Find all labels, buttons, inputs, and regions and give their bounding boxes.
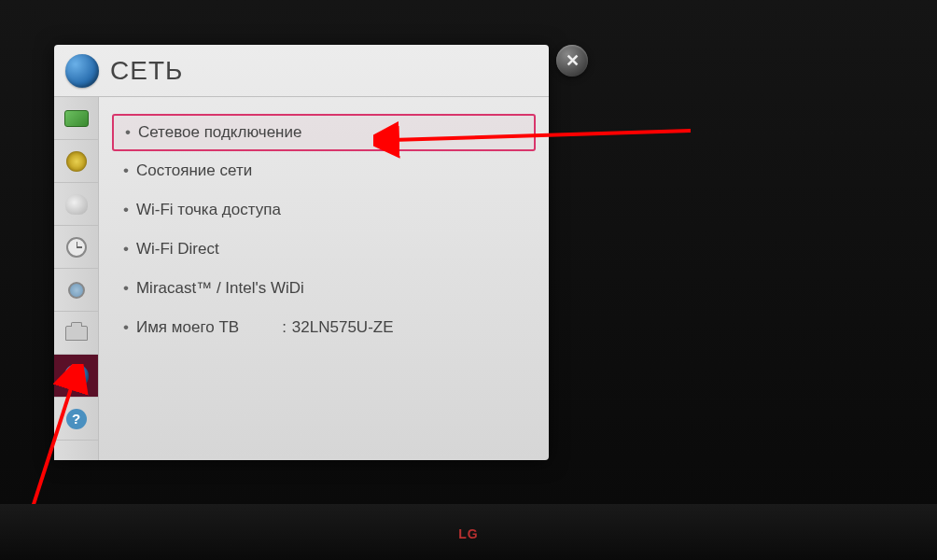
menu-item-value: 32LN575U-ZE [292,318,394,337]
bullet-icon: • [123,279,129,298]
menu-item-wifi-direct[interactable]: • Wi-Fi Direct [112,230,536,269]
satellite-icon [63,193,90,216]
question-icon: ? [63,408,90,430]
sidebar-item-time[interactable] [54,226,98,269]
bullet-icon: • [123,201,129,219]
panel-header: СЕТЬ [54,45,549,97]
value-separator: : [282,318,287,337]
menu-item-label: Wi-Fi Direct [136,240,219,259]
settings-sidebar: ? [54,97,99,460]
menu-item-label: Wi-Fi точка доступа [136,201,281,219]
sound-icon [63,150,90,173]
briefcase-icon [63,322,90,344]
menu-content: • Сетевое подключение • Состояние сети •… [99,97,549,460]
menu-item-tv-name[interactable]: • Имя моего ТВ : 32LN575U-ZE [112,308,536,347]
menu-item-network-status[interactable]: • Состояние сети [112,151,536,190]
bullet-icon: • [123,240,129,259]
menu-item-wifi-ap[interactable]: • Wi-Fi точка доступа [112,190,536,230]
menu-item-label: Имя моего ТВ [136,318,239,337]
sidebar-item-network[interactable] [54,355,98,398]
sidebar-item-lock[interactable] [54,269,98,312]
tv-bezel: LG [0,504,937,560]
picture-icon [63,107,90,130]
close-button[interactable]: ✕ [556,45,588,77]
bullet-icon: • [123,161,129,180]
bullet-icon: • [125,123,131,142]
network-globe-icon [63,365,90,387]
menu-item-label: Состояние сети [136,161,252,180]
lock-icon [63,279,90,301]
clock-icon [63,236,90,259]
tv-screen: СЕТЬ ? • Сетевое подключение • [0,0,937,504]
sidebar-item-picture[interactable] [54,97,98,140]
sidebar-item-option[interactable] [54,312,98,355]
bullet-icon: • [123,318,129,337]
close-icon: ✕ [566,50,580,71]
tv-brand-logo: LG [458,526,478,541]
menu-item-label: Сетевое подключение [138,123,301,142]
sidebar-item-sound[interactable] [54,140,98,183]
menu-item-miracast[interactable]: • Miracast™ / Intel's WiDi [112,269,536,308]
sidebar-item-channel[interactable] [54,183,98,226]
sidebar-item-support[interactable]: ? [54,398,98,441]
menu-item-network-connection[interactable]: • Сетевое подключение [112,114,536,151]
panel-title: СЕТЬ [110,56,183,86]
panel-body: ? • Сетевое подключение • Состояние сети… [54,97,549,460]
settings-panel: СЕТЬ ? • Сетевое подключение • [54,45,549,460]
menu-item-label: Miracast™ / Intel's WiDi [136,279,304,298]
network-globe-icon [65,54,99,88]
